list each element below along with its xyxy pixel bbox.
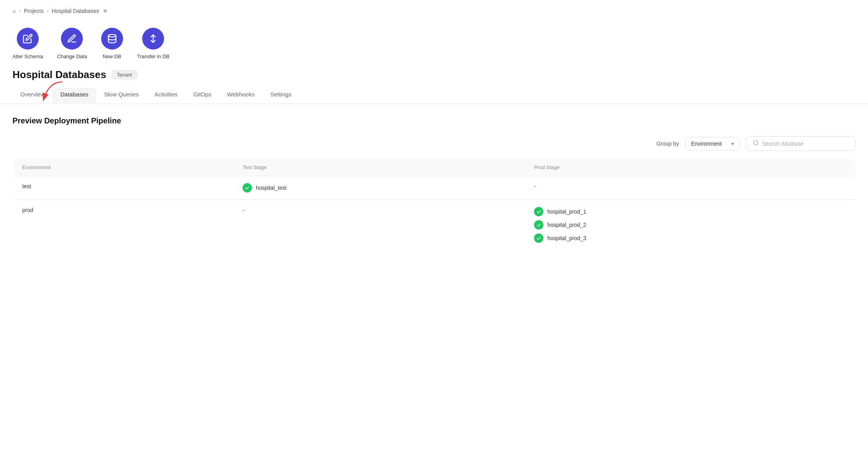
db-name[interactable]: hospital_prod_1 [547,208,586,215]
project-header: Hospital Databases Tenant [0,66,868,81]
prod-stage-test: - [525,176,855,200]
breadcrumb-sep-1: › [19,8,21,14]
transfer-in-db-button[interactable]: Transfer in DB [137,28,170,59]
breadcrumb-sep-2: › [47,8,49,14]
alter-schema-label: Alter Schema [13,53,43,59]
test-stage-test: hospital_test [233,176,525,200]
breadcrumb: ⌂ › Projects › Hospital Databases ★ [0,0,868,18]
change-data-button[interactable]: Change Data [57,28,87,59]
svg-line-4 [757,144,758,145]
star-icon[interactable]: ★ [102,7,108,14]
status-check-icon [534,207,543,216]
tabs-bar: Overview Databases Slow Queries Activiti… [0,81,868,104]
table-row: test hospital_test - [13,176,855,200]
home-icon[interactable]: ⌂ [13,8,16,14]
new-db-label: New DB [103,53,121,59]
section-title: Preview Deployment Pipeline [13,116,855,125]
new-db-icon [101,28,123,50]
test-stage-prod: - [233,200,525,250]
databases-table: Environment Test Stage Prod Stage test h [13,159,855,250]
table-header-row: Environment Test Stage Prod Stage [13,159,855,176]
alter-schema-button[interactable]: Alter Schema [13,28,43,59]
db-name[interactable]: hospital_test [256,185,287,191]
tab-activities[interactable]: Activities [146,88,185,104]
breadcrumb-current: Hospital Databases [52,8,99,14]
col-test-stage: Test Stage [233,159,525,176]
main-content: Preview Deployment Pipeline Group by Env… [0,104,868,250]
env-test: test [13,176,233,200]
search-input[interactable] [762,141,849,147]
col-environment: Environment [13,159,233,176]
search-box[interactable] [746,136,855,151]
transfer-in-db-label: Transfer in DB [137,53,170,59]
search-icon [753,140,759,147]
tab-gitops[interactable]: GitOps [186,88,220,104]
group-by-label: Group by [656,141,679,147]
change-data-label: Change Data [57,53,87,59]
status-check-icon [534,220,543,230]
status-check-icon [243,183,252,192]
svg-point-0 [108,34,116,37]
change-data-icon [61,28,83,50]
tab-overview[interactable]: Overview [13,88,53,104]
tab-slow-queries[interactable]: Slow Queries [96,88,146,104]
tenant-badge: Tenant [112,70,137,79]
transfer-in-db-icon [142,28,164,50]
toolbar: Group by Environment ▾ [13,136,855,151]
alter-schema-icon [17,28,39,50]
db-name[interactable]: hospital_prod_2 [547,222,586,228]
action-buttons-row: Alter Schema Change Data New DB [0,18,868,66]
status-check-icon [534,233,543,243]
chevron-down-icon: ▾ [731,141,734,147]
table-row: prod - hospital_prod_1 [13,200,855,250]
db-name[interactable]: hospital_prod_3 [547,235,586,241]
breadcrumb-projects[interactable]: Projects [24,8,44,14]
col-prod-stage: Prod Stage [525,159,855,176]
project-title: Hospital Databases [13,69,106,81]
group-by-value: Environment [691,141,722,147]
group-by-select[interactable]: Environment ▾ [685,137,740,150]
env-prod: prod [13,200,233,250]
tab-databases[interactable]: Databases [53,88,96,104]
new-db-button[interactable]: New DB [101,28,123,59]
tab-webhooks[interactable]: Webhooks [219,88,263,104]
tab-settings[interactable]: Settings [263,88,299,104]
prod-stage-prod: hospital_prod_1 hospital_prod_2 [525,200,855,250]
